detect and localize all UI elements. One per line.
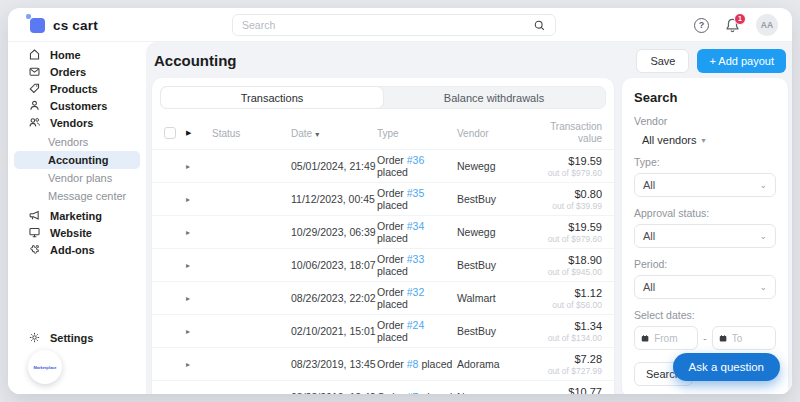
type-label: Type: — [634, 156, 776, 168]
table-row[interactable]: ▸ 02/10/2021, 15:01 Order #24 placed Bes… — [152, 314, 614, 347]
row-expand-icon[interactable]: ▸ — [186, 228, 212, 237]
help-icon[interactable]: ? — [694, 18, 709, 33]
cell-type: Order #7 placed — [377, 391, 457, 394]
row-expand-icon[interactable]: ▸ — [186, 393, 212, 395]
sidebar-item-accounting[interactable]: Accounting — [14, 151, 140, 169]
expand-all-icon[interactable]: ▶ — [186, 129, 212, 137]
approval-status-select[interactable]: All ⌄ — [634, 224, 776, 248]
cell-value: $7.28out of $727.99 — [548, 353, 602, 376]
table-row[interactable]: ▸ 11/12/2023, 00:45 Order #35 placed Bes… — [152, 182, 614, 215]
table-row[interactable]: ▸ 08/23/2019, 13:45 Order #8 placed Ador… — [152, 347, 614, 380]
tab-balance-withdrawals[interactable]: Balance withdrawals — [383, 87, 605, 108]
row-expand-icon[interactable]: ▸ — [186, 195, 212, 204]
row-expand-icon[interactable]: ▸ — [186, 261, 212, 270]
add-payout-button[interactable]: + Add payout — [697, 49, 786, 73]
cell-value: $1.12out of $56.00 — [552, 287, 602, 310]
date-to-input[interactable] — [732, 333, 769, 344]
approval-status-label: Approval status: — [634, 207, 776, 219]
type-select[interactable]: All ⌄ — [634, 173, 776, 197]
order-link[interactable]: #34 — [407, 220, 425, 232]
search-icon — [533, 19, 546, 32]
marketplace-edition-badge: Marketplace — [28, 350, 62, 384]
addons-icon — [28, 243, 41, 256]
sidebar-item-settings[interactable]: Settings — [8, 329, 146, 346]
cell-value: $18.90out of $945.00 — [548, 254, 602, 277]
row-expand-icon[interactable]: ▸ — [186, 360, 212, 369]
table-row[interactable]: ▸ 10/06/2023, 18:07 Order #33 placed Bes… — [152, 248, 614, 281]
date-to-field[interactable] — [712, 326, 776, 350]
topbar-actions: ? 1 AA — [694, 8, 778, 42]
col-status: Status — [212, 128, 291, 139]
cell-value: $1.34out of $134.00 — [548, 320, 602, 343]
order-link[interactable]: #24 — [407, 319, 425, 331]
cell-vendor: BestBuy — [457, 259, 522, 271]
home-icon — [28, 48, 41, 61]
notifications-button[interactable]: 1 — [724, 17, 741, 34]
sidebar-item-products[interactable]: Products — [8, 80, 146, 97]
save-button[interactable]: Save — [636, 49, 689, 73]
order-link[interactable]: #35 — [407, 187, 425, 199]
brand-name: cs cart — [53, 18, 98, 33]
global-search-input[interactable] — [242, 19, 533, 31]
search-panel: Search Vendor All vendors ▾ Type: All ⌄ … — [622, 78, 788, 394]
transactions-card: Transactions Balance withdrawals ▶ Statu… — [152, 78, 614, 394]
date-from-field[interactable] — [634, 326, 698, 350]
chevron-down-icon: ▾ — [701, 136, 705, 145]
sidebar-item-customers[interactable]: Customers — [8, 97, 146, 114]
table-row[interactable]: ▸ 05/01/2024, 21:49 Order #36 placed New… — [152, 149, 614, 182]
cell-value: $19.59out of $979.60 — [548, 221, 602, 244]
sidebar-item-home[interactable]: Home — [8, 46, 146, 63]
sidebar-item-marketing[interactable]: Marketing — [8, 207, 146, 224]
cell-vendor: Walmart — [457, 292, 522, 304]
order-link[interactable]: #33 — [407, 253, 425, 265]
row-expand-icon[interactable]: ▸ — [186, 162, 212, 171]
sidebar: Home Orders Products Customers Vendors V… — [8, 42, 146, 394]
brand-logo[interactable]: cs cart — [30, 8, 98, 42]
cell-type: Order #36 placed — [377, 154, 457, 178]
cell-type: Order #34 placed — [377, 220, 457, 244]
col-date[interactable]: Date▾ — [291, 128, 377, 139]
sidebar-item-vendor-plans[interactable]: Vendor plans — [14, 169, 140, 187]
tab-bar: Transactions Balance withdrawals — [160, 86, 606, 109]
chevron-down-icon: ⌄ — [759, 180, 767, 190]
cell-vendor: BestBuy — [457, 193, 522, 205]
cell-type: Order #32 placed — [377, 286, 457, 310]
cell-value: $19.59out of $979.60 — [548, 155, 602, 178]
row-expand-icon[interactable]: ▸ — [186, 294, 212, 303]
global-search[interactable] — [232, 14, 556, 36]
vendor-dropdown[interactable]: All vendors ▾ — [634, 134, 776, 146]
sidebar-item-website[interactable]: Website — [8, 224, 146, 241]
ask-question-button[interactable]: Ask a question — [673, 353, 780, 381]
orders-icon — [28, 65, 41, 78]
cell-vendor: Newegg — [457, 226, 522, 238]
date-from-input[interactable] — [654, 333, 691, 344]
period-select[interactable]: All ⌄ — [634, 275, 776, 299]
row-expand-icon[interactable]: ▸ — [186, 327, 212, 336]
select-all-checkbox[interactable] — [164, 127, 176, 139]
sidebar-item-addons[interactable]: Add-ons — [8, 241, 146, 258]
cell-type: Order #35 placed — [377, 187, 457, 211]
order-link[interactable]: #36 — [407, 154, 425, 166]
sidebar-item-orders[interactable]: Orders — [8, 63, 146, 80]
sidebar-item-message-center[interactable]: Message center — [14, 187, 140, 205]
table-row[interactable]: ▸ 10/29/2023, 06:39 Order #34 placed New… — [152, 215, 614, 248]
cell-date: 05/01/2024, 21:49 — [291, 160, 377, 172]
order-link[interactable]: #32 — [407, 286, 425, 298]
website-icon — [28, 226, 41, 239]
col-vendor: Vendor — [457, 128, 522, 139]
tab-transactions[interactable]: Transactions — [161, 87, 383, 108]
cell-value: $10.77out of $1,077.00 — [541, 386, 602, 395]
page-title: Accounting — [154, 52, 237, 69]
order-link[interactable]: #8 — [407, 358, 419, 370]
sidebar-item-vendors-sub[interactable]: Vendors — [14, 133, 140, 151]
table-row[interactable]: ▸ 08/23/2019, 13:42 Order #7 placed Newe… — [152, 380, 614, 394]
table-row[interactable]: ▸ 08/26/2023, 22:02 Order #32 placed Wal… — [152, 281, 614, 314]
cell-type: Order #33 placed — [377, 253, 457, 277]
calendar-icon — [719, 333, 727, 344]
main-content: Accounting Save + Add payout Transaction… — [146, 42, 792, 394]
sidebar-item-vendors[interactable]: Vendors — [8, 114, 146, 131]
chevron-down-icon: ⌄ — [759, 231, 767, 241]
vendors-icon — [28, 116, 41, 129]
order-link[interactable]: #7 — [407, 391, 419, 394]
avatar[interactable]: AA — [756, 14, 778, 36]
